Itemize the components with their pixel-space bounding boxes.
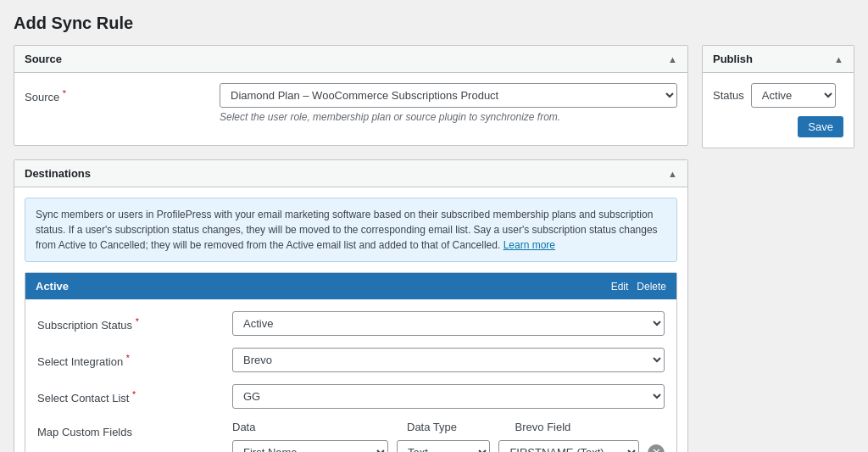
- select-integration-select[interactable]: Brevo: [232, 348, 665, 372]
- source-row: Source * Diamond Plan – WooCommerce Subs…: [25, 83, 677, 123]
- remove-field-btn-1[interactable]: ✕: [648, 444, 665, 453]
- map-header-data: Data: [232, 421, 398, 433]
- delete-destination-link[interactable]: Delete: [637, 281, 666, 293]
- map-custom-fields-wrap: Data Data Type Brevo Field First Name: [232, 421, 665, 452]
- select-contact-list-row: Select Contact List * GG: [37, 384, 665, 409]
- subscription-status-wrap: Active: [232, 311, 665, 336]
- source-card-header: Source ▲: [14, 46, 687, 73]
- map-custom-fields-label: Map Custom Fields: [37, 421, 224, 438]
- destination-actions: Edit Delete: [611, 281, 666, 293]
- edit-destination-link[interactable]: Edit: [611, 281, 629, 293]
- map-data-select-1[interactable]: First Name: [232, 440, 388, 452]
- publish-card-title: Publish: [713, 53, 753, 65]
- source-help: Select the user role, membership plan or…: [220, 111, 677, 123]
- publish-card-toggle[interactable]: ▲: [834, 54, 843, 64]
- destinations-card-body: Sync members or users in ProfilePress wi…: [14, 187, 687, 452]
- publish-card-body: Status Active Save: [703, 73, 854, 148]
- map-custom-fields-row: Map Custom Fields Data Data Type Brevo F…: [37, 421, 665, 452]
- map-header-type: Data Type: [407, 421, 507, 433]
- source-card: Source ▲ Source * Diamond Plan – WooComm…: [14, 45, 688, 146]
- map-brevo-field-select-1[interactable]: FIRSTNAME (Text): [498, 440, 639, 452]
- map-type-select-1[interactable]: Text: [397, 440, 490, 452]
- destinations-info-box: Sync members or users in ProfilePress wi…: [25, 198, 677, 262]
- map-field-row-1-field: FIRSTNAME (Text): [498, 440, 639, 452]
- source-label: Source *: [25, 83, 211, 103]
- destination-header: Active Edit Delete: [25, 273, 676, 299]
- save-button[interactable]: Save: [798, 116, 843, 137]
- destinations-card-toggle[interactable]: ▲: [668, 169, 677, 179]
- source-card-title: Source: [25, 53, 62, 65]
- map-header-field: Brevo Field: [515, 421, 665, 433]
- map-field-row-1-data: First Name: [232, 440, 388, 452]
- map-field-row-1-type: Text: [397, 440, 490, 452]
- publish-status-select[interactable]: Active: [751, 83, 836, 108]
- learn-more-link[interactable]: Learn more: [504, 239, 555, 251]
- publish-panel: Publish ▲ Status Active Save: [702, 45, 854, 148]
- select-contact-list-select[interactable]: GG: [232, 384, 665, 409]
- destination-body: Subscription Status * Active Sele: [25, 299, 676, 452]
- destinations-card-title: Destinations: [25, 167, 91, 180]
- select-integration-wrap: Brevo: [232, 348, 665, 372]
- map-fields-header: Data Data Type Brevo Field: [232, 421, 665, 433]
- select-integration-label: Select Integration *: [37, 348, 224, 368]
- select-contact-list-wrap: GG: [232, 384, 665, 409]
- source-control-wrap: Diamond Plan – WooCommerce Subscriptions…: [220, 83, 677, 123]
- publish-status-row: Status Active: [713, 83, 843, 108]
- select-integration-row: Select Integration * Brevo: [37, 348, 665, 372]
- destination-header-label: Active: [36, 280, 69, 293]
- source-card-toggle[interactable]: ▲: [668, 54, 677, 64]
- publish-card-header: Publish ▲: [703, 46, 854, 73]
- page-title: Add Sync Rule: [14, 14, 854, 33]
- publish-status-label: Status: [713, 89, 744, 102]
- subscription-status-row: Subscription Status * Active: [37, 311, 665, 336]
- destinations-card-header: Destinations ▲: [14, 160, 687, 187]
- subscription-status-label: Subscription Status *: [37, 311, 224, 332]
- destination-block: Active Edit Delete Subscription Status *: [25, 272, 677, 452]
- source-card-body: Source * Diamond Plan – WooCommerce Subs…: [14, 73, 687, 145]
- subscription-status-select[interactable]: Active: [232, 311, 665, 336]
- map-field-row-1: First Name Text: [232, 440, 665, 452]
- source-select[interactable]: Diamond Plan – WooCommerce Subscriptions…: [220, 83, 677, 108]
- destinations-card: Destinations ▲ Sync members or users in …: [14, 159, 688, 452]
- publish-card: Publish ▲ Status Active Save: [702, 45, 854, 148]
- select-contact-list-label: Select Contact List *: [37, 384, 224, 405]
